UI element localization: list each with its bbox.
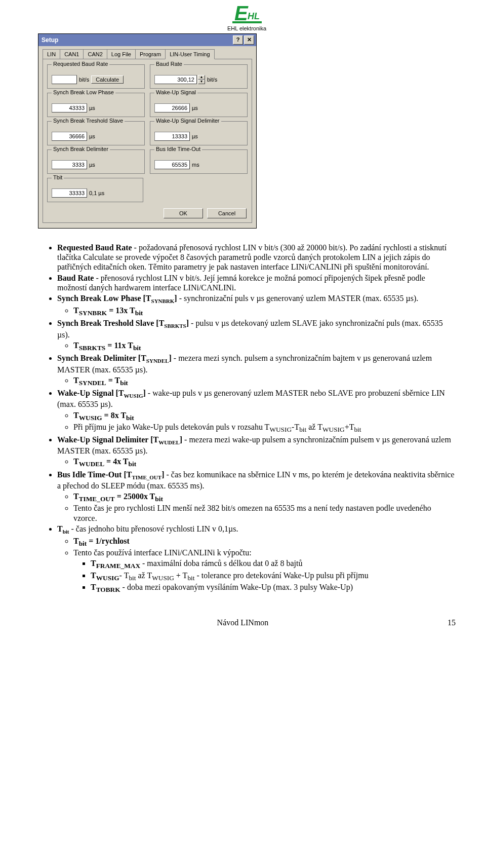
dialog-titlebar: Setup ? ✕ [38, 34, 256, 46]
group-requested-baud: Requested Baud Rate bit/s Calculate [47, 64, 145, 89]
group-tbit: Tbit 0,1 µs [47, 178, 143, 202]
doc-subitem: Při příjmu je jako Wake-Up puls deteková… [73, 422, 456, 434]
doc-item: Bus Idle Time-Out [TTIME_OUT] - čas bez … [57, 470, 456, 523]
tab-panel: Requested Baud Rate bit/s Calculate Baud… [43, 59, 252, 223]
doc-item: Wake-Up Signal [TWUSIG] - wake-up puls v… [57, 388, 456, 434]
requested-baud-input[interactable] [52, 75, 77, 84]
group-synch-break-low: Synch Break Low Phase µs [47, 93, 145, 117]
doc-squareitem: TFRAME_MAX - maximální doba rámců s délk… [91, 558, 456, 570]
doc-item: Baud Rate - přenosová rychlost LIN v bit… [57, 273, 456, 292]
tab-program[interactable]: Program [135, 49, 166, 59]
setup-dialog: Setup ? ✕ LIN CAN1 CAN2 Log File Program… [38, 33, 257, 229]
doc-subitem: TSYNDEL = Tbit [73, 375, 456, 387]
tbit-input[interactable] [52, 188, 87, 198]
synch-break-low-input[interactable] [52, 103, 87, 112]
tab-strip: LIN CAN1 CAN2 Log File Program LIN-User … [43, 49, 252, 59]
doc-item: Wake-Up Signal Delimiter [TWUDEL] - meze… [57, 435, 456, 469]
doc-squareitem: TWUSIG- Tbit až TWUSIG + Tbit - toleranc… [91, 571, 456, 582]
baud-rate-value[interactable] [154, 75, 197, 84]
doc-item: Tbit - čas jednoho bitu přenosové rychlo… [57, 524, 456, 594]
doc-subitem: TWUDEL = 4x Tbit [73, 457, 456, 468]
bus-idle-input[interactable] [154, 160, 190, 169]
tab-lin-user-timing[interactable]: LIN-User Timing [165, 49, 214, 59]
doc-subitem: Tento čas používá interface LINi/CANLINi… [73, 548, 456, 594]
doc-subitem: TSYNBRK = 13x Tbit [73, 306, 456, 317]
footer-page-number: 15 [448, 618, 456, 627]
doc-item: Requested Baud Rate - požadovaná přenoso… [57, 243, 456, 272]
group-baud-rate: Baud Rate ▲ ▼ bit/s [150, 64, 248, 89]
doc-squareitem: TTOBRK - doba mezi opakovaným vysíláním … [91, 582, 456, 594]
doc-item: Synch Break Low Phase [TSYNBRK] - synchr… [57, 293, 456, 318]
doc-item: Synch Break Treshold Slave [TSBRKTS] - p… [57, 318, 456, 352]
group-synch-break-delimiter: Synch Break Delimiter µs [47, 149, 145, 174]
doc-subitem: Tento čas je pro rychlosti LIN menší než… [73, 503, 456, 522]
group-bus-idle: Bus Idle Time-Out ms [150, 149, 248, 174]
group-wakeup-delimiter: Wake-Up Signal Delimiter µs [150, 121, 248, 145]
page-footer: Návod LINmon 15 [38, 618, 456, 627]
group-wakeup-signal: Wake-Up Signal µs [150, 93, 248, 117]
help-button[interactable]: ? [233, 35, 243, 45]
treshold-slave-input[interactable] [52, 132, 87, 141]
wakeup-delimiter-input[interactable] [154, 132, 190, 141]
svg-text:E: E [234, 2, 249, 24]
spin-down-icon[interactable]: ▼ [198, 80, 205, 84]
tab-lin[interactable]: LIN [43, 49, 60, 59]
document-body: Requested Baud Rate - požadovaná přenoso… [38, 243, 456, 594]
legend: Requested Baud Rate [52, 61, 109, 67]
group-treshold-slave: Synch Break Treshold Slave µs [47, 121, 145, 145]
ok-button[interactable]: OK [164, 208, 203, 218]
company-name: EHL elektronika [38, 25, 456, 31]
tab-can2[interactable]: CAN2 [83, 49, 107, 59]
doc-item: Synch Break Delimiter [TSYNDEL] - mezera… [57, 353, 456, 387]
synch-break-delimiter-input[interactable] [52, 160, 87, 169]
tab-logfile[interactable]: Log File [107, 49, 136, 59]
doc-subitem: Tbit = 1/rychlost [73, 536, 456, 548]
company-logo-block: E HL EHL elektronika [38, 2, 456, 31]
dialog-title: Setup [40, 36, 58, 44]
legend: Baud Rate [154, 61, 184, 67]
tab-can1[interactable]: CAN1 [60, 49, 84, 59]
spin-up-icon[interactable]: ▲ [198, 75, 205, 80]
calculate-button[interactable]: Calculate [91, 76, 124, 84]
doc-subitem: TSBRKTS = 11x Tbit [73, 341, 456, 352]
footer-title: Návod LINmon [38, 618, 448, 627]
wakeup-signal-input[interactable] [154, 103, 190, 112]
baud-rate-spinner[interactable]: ▲ ▼ [198, 75, 205, 84]
cancel-button[interactable]: Cancel [207, 208, 247, 218]
doc-subitem: TWUSIG = 8x Tbit [73, 410, 456, 422]
ehl-logo-icon: E HL [232, 2, 262, 24]
doc-subitem: TTIME_OUT = 25000x Tbit [73, 492, 456, 503]
svg-text:HL: HL [248, 11, 260, 21]
close-button[interactable]: ✕ [244, 35, 254, 45]
